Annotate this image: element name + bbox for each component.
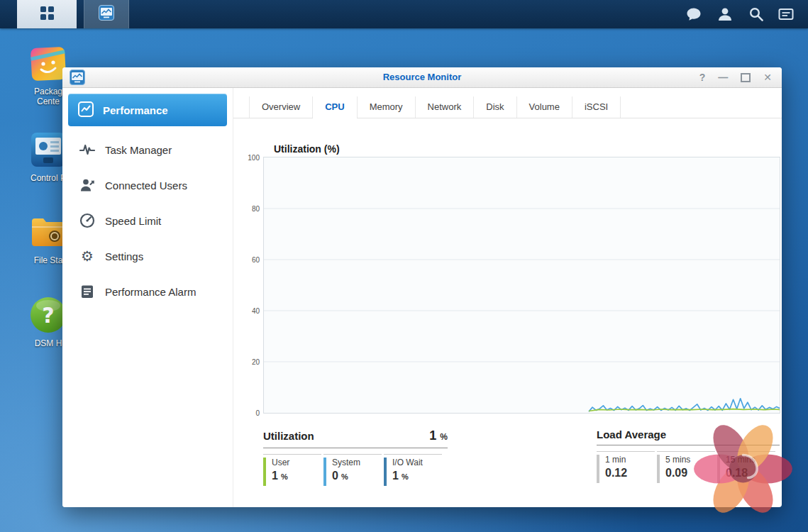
utilization-summary: Utilization 1% User 1% System 0% bbox=[263, 428, 448, 486]
sidebar-item-label: Task Manager bbox=[105, 144, 172, 156]
window-title: Resource Monitor bbox=[62, 67, 782, 87]
sidebar-item-label: Settings bbox=[105, 250, 143, 262]
stat-value: 0.09 bbox=[665, 467, 687, 479]
help-button[interactable]: ? bbox=[699, 72, 706, 82]
stat-unit: % bbox=[281, 472, 288, 481]
tab-overview[interactable]: Overview bbox=[249, 96, 313, 118]
stat-label: I/O Wait bbox=[392, 458, 442, 467]
taskbar bbox=[0, 0, 808, 28]
tab-disk[interactable]: Disk bbox=[474, 96, 516, 118]
stat-box-user: User 1% bbox=[263, 454, 321, 486]
sidebar-item-label: Performance bbox=[103, 104, 168, 116]
chart-plot-area bbox=[264, 157, 780, 413]
chat-notification-icon[interactable] bbox=[686, 6, 702, 22]
user-account-icon[interactable] bbox=[717, 6, 733, 22]
resource-monitor-window: Resource Monitor ? — ✕ Performance Task … bbox=[62, 67, 782, 507]
sidebar-item-task-manager[interactable]: Task Manager bbox=[62, 132, 233, 167]
stat-box-io-wait: I/O Wait 1% bbox=[384, 454, 442, 486]
y-axis-tick: 100 bbox=[240, 154, 260, 162]
stat-label: 1 min bbox=[605, 455, 655, 465]
package-center-icon bbox=[29, 44, 67, 82]
taskbar-resource-monitor-button[interactable] bbox=[84, 0, 129, 28]
stat-box-load-1min: 1 min 0.12 bbox=[597, 451, 655, 483]
tab-cpu[interactable]: CPU bbox=[313, 96, 357, 118]
stat-box-system: System 0% bbox=[323, 454, 382, 486]
stat-box-load-15mins: 15 mins 0.18 bbox=[717, 451, 775, 483]
sidebar-item-settings[interactable]: ⚙ Settings bbox=[62, 238, 233, 274]
sidebar-item-connected-users[interactable]: Connected Users bbox=[62, 167, 233, 203]
load-average-summary: Load Average 1 min 0.12 5 mins 0.09 bbox=[597, 428, 780, 483]
dsm-help-icon: ? bbox=[29, 296, 67, 334]
window-sidebar: Performance Task Manager Connected Users… bbox=[62, 88, 233, 507]
window-titlebar[interactable]: Resource Monitor ? — ✕ bbox=[62, 67, 782, 88]
y-axis-tick: 0 bbox=[240, 409, 260, 417]
y-axis-tick: 40 bbox=[240, 307, 260, 315]
search-icon[interactable] bbox=[748, 6, 764, 22]
stat-unit: % bbox=[341, 472, 348, 481]
y-axis-tick: 20 bbox=[240, 358, 260, 366]
stat-label: System bbox=[332, 458, 382, 467]
svg-text:?: ? bbox=[42, 303, 54, 328]
utilization-unit: % bbox=[440, 432, 448, 442]
resource-monitor-icon bbox=[70, 70, 85, 85]
sidebar-item-label: Performance Alarm bbox=[105, 286, 196, 298]
stat-unit: % bbox=[402, 472, 409, 481]
tab-volume[interactable]: Volume bbox=[517, 96, 572, 118]
sidebar-item-speed-limit[interactable]: Speed Limit bbox=[62, 203, 233, 238]
chart-title: Utilization (%) bbox=[274, 143, 340, 155]
resource-monitor-icon bbox=[99, 5, 114, 23]
connected-users-icon bbox=[79, 177, 95, 193]
stat-value: 0 bbox=[332, 470, 338, 482]
performance-chart-icon bbox=[77, 101, 94, 120]
app-grid-icon bbox=[40, 6, 54, 23]
utilization-label: Utilization bbox=[263, 430, 314, 442]
task-manager-pulse-icon bbox=[79, 142, 95, 157]
stat-value: 1 bbox=[272, 470, 278, 482]
stat-value: 0.12 bbox=[605, 467, 627, 479]
sidebar-item-label: Speed Limit bbox=[105, 215, 161, 227]
sidebar-item-performance-alarm[interactable]: Performance Alarm bbox=[62, 274, 233, 309]
cpu-utilization-chart: 100 80 60 40 20 0 bbox=[263, 157, 780, 414]
tab-iscsi[interactable]: iSCSI bbox=[572, 96, 621, 118]
minimize-button[interactable]: — bbox=[718, 72, 728, 82]
stat-label: 15 mins bbox=[726, 455, 775, 465]
performance-alarm-list-icon bbox=[79, 284, 95, 299]
sidebar-item-label: Connected Users bbox=[105, 179, 187, 192]
file-station-icon bbox=[29, 213, 67, 251]
stat-label: 5 mins bbox=[665, 455, 715, 465]
y-axis-tick: 60 bbox=[240, 256, 260, 264]
tab-memory[interactable]: Memory bbox=[358, 96, 416, 118]
y-axis-tick: 80 bbox=[240, 205, 260, 213]
stat-value: 0.18 bbox=[726, 467, 748, 479]
stat-value: 1 bbox=[392, 470, 399, 482]
dsm-desktop: Packag Cente Control P File Sta ? DSM H bbox=[0, 0, 808, 532]
utilization-value: 1 bbox=[429, 428, 436, 443]
maximize-button[interactable] bbox=[741, 73, 751, 82]
load-average-label: Load Average bbox=[597, 428, 666, 440]
settings-gear-icon: ⚙ bbox=[79, 248, 95, 264]
speed-limit-gauge-icon bbox=[79, 213, 95, 228]
tab-bar: OverviewCPUMemoryNetworkDiskVolumeiSCSI bbox=[233, 88, 782, 118]
stat-box-load-5mins: 5 mins 0.09 bbox=[657, 451, 715, 483]
window-content: OverviewCPUMemoryNetworkDiskVolumeiSCSI … bbox=[233, 88, 782, 507]
sidebar-item-performance[interactable]: Performance bbox=[68, 94, 227, 126]
tab-network[interactable]: Network bbox=[416, 96, 475, 118]
pilot-view-icon[interactable] bbox=[778, 6, 794, 22]
stat-label: User bbox=[272, 458, 321, 467]
main-menu-button[interactable] bbox=[17, 0, 77, 28]
control-panel-icon bbox=[29, 131, 67, 169]
close-button[interactable]: ✕ bbox=[763, 72, 772, 82]
